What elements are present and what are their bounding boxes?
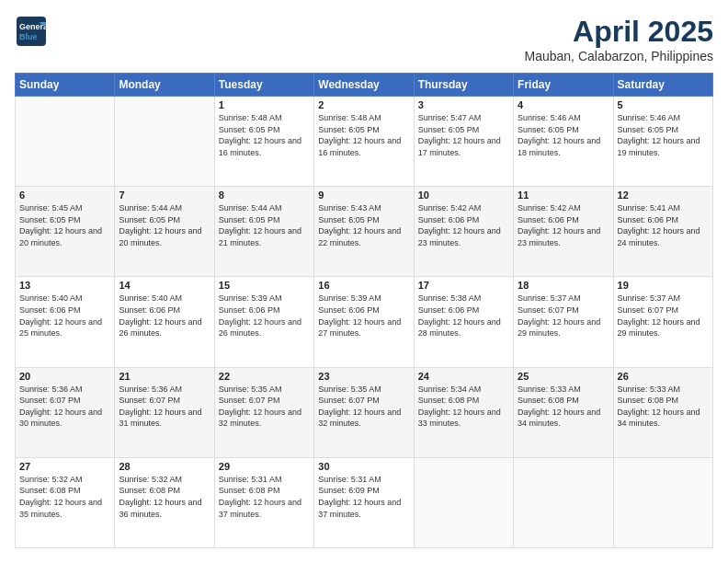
calendar-week-row: 13Sunrise: 5:40 AM Sunset: 6:06 PM Dayli… bbox=[16, 277, 713, 367]
day-info: Sunrise: 5:31 AM Sunset: 6:09 PM Dayligh… bbox=[318, 474, 409, 520]
day-info: Sunrise: 5:32 AM Sunset: 6:08 PM Dayligh… bbox=[119, 474, 210, 520]
table-row: 30Sunrise: 5:31 AM Sunset: 6:09 PM Dayli… bbox=[314, 457, 414, 547]
day-info: Sunrise: 5:42 AM Sunset: 6:06 PM Dayligh… bbox=[518, 202, 609, 248]
table-row: 6Sunrise: 5:45 AM Sunset: 6:05 PM Daylig… bbox=[16, 187, 115, 277]
table-row: 11Sunrise: 5:42 AM Sunset: 6:06 PM Dayli… bbox=[514, 187, 613, 277]
calendar-week-row: 1Sunrise: 5:48 AM Sunset: 6:05 PM Daylig… bbox=[16, 97, 713, 187]
day-info: Sunrise: 5:37 AM Sunset: 6:07 PM Dayligh… bbox=[518, 293, 609, 339]
calendar-header-row: Sunday Monday Tuesday Wednesday Thursday… bbox=[16, 74, 713, 97]
table-row: 13Sunrise: 5:40 AM Sunset: 6:06 PM Dayli… bbox=[16, 277, 115, 367]
day-info: Sunrise: 5:34 AM Sunset: 6:08 PM Dayligh… bbox=[418, 384, 509, 430]
table-row: 5Sunrise: 5:46 AM Sunset: 6:05 PM Daylig… bbox=[613, 97, 712, 187]
table-row: 1Sunrise: 5:48 AM Sunset: 6:05 PM Daylig… bbox=[214, 97, 313, 187]
col-header-sunday: Sunday bbox=[16, 74, 115, 97]
col-header-friday: Friday bbox=[514, 74, 613, 97]
table-row: 20Sunrise: 5:36 AM Sunset: 6:07 PM Dayli… bbox=[16, 367, 115, 457]
col-header-wednesday: Wednesday bbox=[314, 74, 414, 97]
main-title: April 2025 bbox=[525, 15, 713, 49]
day-number: 27 bbox=[19, 461, 110, 472]
day-info: Sunrise: 5:39 AM Sunset: 6:06 PM Dayligh… bbox=[318, 293, 409, 339]
calendar-week-row: 6Sunrise: 5:45 AM Sunset: 6:05 PM Daylig… bbox=[16, 187, 713, 277]
day-info: Sunrise: 5:40 AM Sunset: 6:06 PM Dayligh… bbox=[19, 293, 110, 339]
col-header-saturday: Saturday bbox=[613, 74, 712, 97]
day-info: Sunrise: 5:44 AM Sunset: 6:05 PM Dayligh… bbox=[219, 202, 310, 248]
table-row: 3Sunrise: 5:47 AM Sunset: 6:05 PM Daylig… bbox=[414, 97, 513, 187]
day-number: 16 bbox=[318, 280, 409, 291]
table-row: 10Sunrise: 5:42 AM Sunset: 6:06 PM Dayli… bbox=[414, 187, 513, 277]
table-row: 18Sunrise: 5:37 AM Sunset: 6:07 PM Dayli… bbox=[514, 277, 613, 367]
day-number: 28 bbox=[119, 461, 210, 472]
table-row: 15Sunrise: 5:39 AM Sunset: 6:06 PM Dayli… bbox=[214, 277, 313, 367]
day-number: 20 bbox=[19, 371, 110, 382]
day-number: 6 bbox=[19, 190, 110, 201]
day-number: 7 bbox=[119, 190, 210, 201]
table-row: 19Sunrise: 5:37 AM Sunset: 6:07 PM Dayli… bbox=[613, 277, 712, 367]
title-block: April 2025 Mauban, Calabarzon, Philippin… bbox=[525, 15, 713, 63]
day-number: 3 bbox=[418, 99, 509, 110]
day-info: Sunrise: 5:35 AM Sunset: 6:07 PM Dayligh… bbox=[219, 384, 310, 430]
day-number: 19 bbox=[618, 280, 709, 291]
table-row: 16Sunrise: 5:39 AM Sunset: 6:06 PM Dayli… bbox=[314, 277, 414, 367]
day-number: 23 bbox=[318, 371, 409, 382]
day-info: Sunrise: 5:31 AM Sunset: 6:08 PM Dayligh… bbox=[219, 474, 310, 520]
day-number: 13 bbox=[19, 280, 110, 291]
table-row: 7Sunrise: 5:44 AM Sunset: 6:05 PM Daylig… bbox=[115, 187, 214, 277]
day-number: 24 bbox=[418, 371, 509, 382]
table-row: 14Sunrise: 5:40 AM Sunset: 6:06 PM Dayli… bbox=[115, 277, 214, 367]
day-info: Sunrise: 5:32 AM Sunset: 6:08 PM Dayligh… bbox=[19, 474, 110, 520]
day-info: Sunrise: 5:46 AM Sunset: 6:05 PM Dayligh… bbox=[518, 112, 609, 158]
table-row bbox=[514, 457, 613, 547]
day-number: 26 bbox=[618, 371, 709, 382]
day-info: Sunrise: 5:33 AM Sunset: 6:08 PM Dayligh… bbox=[518, 384, 609, 430]
calendar-week-row: 20Sunrise: 5:36 AM Sunset: 6:07 PM Dayli… bbox=[16, 367, 713, 457]
subtitle: Mauban, Calabarzon, Philippines bbox=[525, 49, 713, 63]
col-header-tuesday: Tuesday bbox=[214, 74, 313, 97]
page: General Blue April 2025 Mauban, Calabarz… bbox=[0, 0, 728, 563]
day-info: Sunrise: 5:45 AM Sunset: 6:05 PM Dayligh… bbox=[19, 202, 110, 248]
calendar-week-row: 27Sunrise: 5:32 AM Sunset: 6:08 PM Dayli… bbox=[16, 457, 713, 547]
day-number: 8 bbox=[219, 190, 310, 201]
day-info: Sunrise: 5:48 AM Sunset: 6:05 PM Dayligh… bbox=[219, 112, 310, 158]
day-info: Sunrise: 5:42 AM Sunset: 6:06 PM Dayligh… bbox=[418, 202, 509, 248]
day-number: 25 bbox=[518, 371, 609, 382]
table-row bbox=[414, 457, 513, 547]
day-info: Sunrise: 5:41 AM Sunset: 6:06 PM Dayligh… bbox=[618, 202, 709, 248]
day-number: 18 bbox=[518, 280, 609, 291]
day-info: Sunrise: 5:44 AM Sunset: 6:05 PM Dayligh… bbox=[119, 202, 210, 248]
table-row: 17Sunrise: 5:38 AM Sunset: 6:06 PM Dayli… bbox=[414, 277, 513, 367]
day-number: 10 bbox=[418, 190, 509, 201]
day-info: Sunrise: 5:35 AM Sunset: 6:07 PM Dayligh… bbox=[318, 384, 409, 430]
table-row: 28Sunrise: 5:32 AM Sunset: 6:08 PM Dayli… bbox=[115, 457, 214, 547]
logo: General Blue bbox=[15, 15, 48, 48]
day-number: 22 bbox=[219, 371, 310, 382]
col-header-monday: Monday bbox=[115, 74, 214, 97]
day-info: Sunrise: 5:48 AM Sunset: 6:05 PM Dayligh… bbox=[318, 112, 409, 158]
table-row: 4Sunrise: 5:46 AM Sunset: 6:05 PM Daylig… bbox=[514, 97, 613, 187]
col-header-thursday: Thursday bbox=[414, 74, 513, 97]
day-info: Sunrise: 5:40 AM Sunset: 6:06 PM Dayligh… bbox=[119, 293, 210, 339]
day-info: Sunrise: 5:36 AM Sunset: 6:07 PM Dayligh… bbox=[119, 384, 210, 430]
day-number: 14 bbox=[119, 280, 210, 291]
day-number: 17 bbox=[418, 280, 509, 291]
table-row: 12Sunrise: 5:41 AM Sunset: 6:06 PM Dayli… bbox=[613, 187, 712, 277]
day-number: 15 bbox=[219, 280, 310, 291]
day-number: 21 bbox=[119, 371, 210, 382]
table-row bbox=[613, 457, 712, 547]
day-number: 2 bbox=[318, 99, 409, 110]
table-row: 2Sunrise: 5:48 AM Sunset: 6:05 PM Daylig… bbox=[314, 97, 414, 187]
table-row: 8Sunrise: 5:44 AM Sunset: 6:05 PM Daylig… bbox=[214, 187, 313, 277]
day-info: Sunrise: 5:36 AM Sunset: 6:07 PM Dayligh… bbox=[19, 384, 110, 430]
day-info: Sunrise: 5:43 AM Sunset: 6:05 PM Dayligh… bbox=[318, 202, 409, 248]
table-row: 29Sunrise: 5:31 AM Sunset: 6:08 PM Dayli… bbox=[214, 457, 313, 547]
table-row: 22Sunrise: 5:35 AM Sunset: 6:07 PM Dayli… bbox=[214, 367, 313, 457]
table-row: 26Sunrise: 5:33 AM Sunset: 6:08 PM Dayli… bbox=[613, 367, 712, 457]
day-number: 4 bbox=[518, 99, 609, 110]
table-row: 21Sunrise: 5:36 AM Sunset: 6:07 PM Dayli… bbox=[115, 367, 214, 457]
day-info: Sunrise: 5:46 AM Sunset: 6:05 PM Dayligh… bbox=[618, 112, 709, 158]
table-row bbox=[16, 97, 115, 187]
day-number: 12 bbox=[618, 190, 709, 201]
svg-rect-0 bbox=[17, 17, 46, 46]
day-number: 30 bbox=[318, 461, 409, 472]
svg-text:Blue: Blue bbox=[19, 32, 38, 41]
day-info: Sunrise: 5:47 AM Sunset: 6:05 PM Dayligh… bbox=[418, 112, 509, 158]
